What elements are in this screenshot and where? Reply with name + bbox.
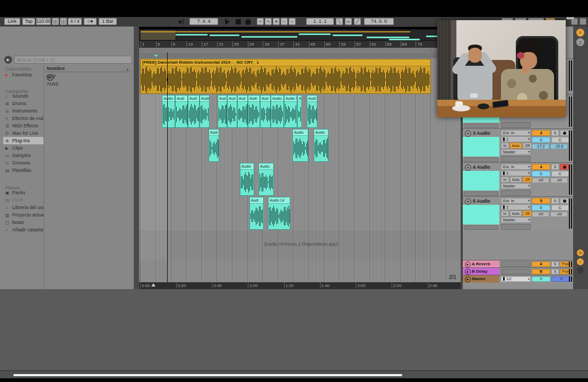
track-name[interactable]: 5 Audio (473, 198, 490, 204)
track-color-block[interactable] (463, 137, 499, 157)
track-io-box[interactable] (501, 122, 531, 128)
time-ruler[interactable]: 0:000:200:401:001:201:402:002:202:40 (139, 282, 461, 289)
audio-clip[interactable]: Audio (292, 129, 308, 162)
audio-clip[interactable]: Aud (218, 95, 227, 128)
loop-left-handle[interactable]: › (140, 48, 141, 53)
track-color-block[interactable] (463, 171, 499, 190)
track-lane-5[interactable] (139, 196, 461, 231)
name-column-header[interactable]: Nombre▼ (45, 65, 133, 72)
audio-clip[interactable]: Audio 9 (284, 95, 297, 128)
record-button[interactable] (245, 19, 251, 25)
audio-clip[interactable]: Audio (271, 95, 284, 128)
capture-midi-button[interactable]: □ (281, 18, 288, 25)
audio-clip[interactable]: Audio (258, 163, 274, 196)
sidebar-item-favoritos[interactable]: ■Favoritos (3, 71, 44, 79)
return-activator-button[interactable]: B (532, 269, 550, 274)
loop-right-handle[interactable]: ‹ (430, 48, 431, 53)
input-select[interactable]: Ext. In▾ (501, 164, 531, 170)
meter-value-right[interactable]: -22.8 (550, 144, 568, 149)
sends-box[interactable] (501, 190, 531, 196)
audio-clip[interactable]: Audi (175, 95, 188, 128)
punch-in-icon[interactable]: ╲ (336, 18, 343, 25)
loop-length-field[interactable]: 74. 0. 0 (364, 18, 394, 25)
punch-out-icon[interactable]: ╱ (354, 18, 361, 25)
audio-clip[interactable]: Audio (200, 95, 210, 128)
follow-button[interactable]: ▶▏ (179, 19, 187, 25)
track-name[interactable]: 3 Audio (473, 131, 490, 136)
search-input[interactable] (14, 56, 132, 64)
audio-clip[interactable]: Aud (260, 95, 271, 128)
sidebar-item-sounds[interactable]: ♪Sounds (3, 92, 44, 100)
solo-button[interactable]: S (551, 198, 559, 204)
return-io-box[interactable] (501, 262, 531, 267)
audio-clip[interactable]: Audi (188, 95, 200, 128)
sidebar-item-midi-effects[interactable]: ☰MIDI Effects (3, 122, 44, 129)
menu-icon[interactable]: ≡ (576, 29, 584, 37)
meter-value-right[interactable]: -inf (550, 212, 568, 217)
quantization-select[interactable]: 1 Bar (99, 18, 117, 25)
monitor-auto-button[interactable]: Auto (510, 143, 522, 149)
track-activator-button[interactable]: 5 (532, 198, 550, 204)
arrangement-position-field[interactable]: 7. 4. 4 (189, 18, 218, 25)
track-activator-button[interactable]: 3 (532, 130, 550, 136)
monitor-in-button[interactable]: In (501, 211, 509, 216)
master-fold-icon[interactable]: ▶ (465, 276, 471, 282)
audio-clip[interactable]: Audi (307, 95, 317, 128)
stop-button[interactable] (236, 19, 241, 24)
audio-clip[interactable]: Audi (249, 197, 264, 230)
pan-field[interactable]: C (551, 171, 569, 177)
monitor-auto-button[interactable]: Auto (510, 177, 522, 183)
master-track-name[interactable]: Master (472, 276, 486, 281)
volume-field[interactable]: 0 (532, 205, 550, 211)
automation-arm-button[interactable]: ∿ (265, 18, 272, 25)
follow-clock-icon[interactable]: ⊙ (577, 249, 584, 256)
track-delay-box[interactable] (464, 192, 498, 196)
sidebar-item-plantillas[interactable]: ▤Plantillas (3, 167, 44, 174)
play-button[interactable] (225, 19, 230, 25)
loop-toggle-icon[interactable]: ○ (577, 258, 584, 265)
return-activator-button[interactable]: A (532, 262, 550, 267)
overdub-button[interactable]: + (257, 18, 264, 25)
audio-clip[interactable]: Audi (209, 129, 219, 162)
arrangement-overview[interactable] (139, 29, 461, 41)
channel-select[interactable]: ▾1 (501, 136, 531, 142)
channel-select[interactable]: ▾1 (501, 170, 531, 176)
crossfade-select[interactable]: ▾1/2 (501, 276, 531, 282)
track-name[interactable]: 4 Audio (473, 164, 490, 170)
track-color-block[interactable] (463, 205, 499, 224)
audio-clip[interactable]: Audi (248, 95, 260, 128)
quantize-menu-icon[interactable] (60, 18, 67, 25)
groove-amount-icon[interactable] (52, 18, 59, 25)
panel-grip-icon[interactable]: ||| (576, 38, 584, 46)
sidebar-item-max-for-live[interactable]: ↻Max for Live (3, 129, 44, 137)
monitor-in-button[interactable]: In (501, 177, 509, 183)
sidebar-item-grooves[interactable]: ∿Grooves (3, 159, 44, 167)
monitor-in-button[interactable]: In (501, 143, 509, 149)
audio-clip[interactable]: Audio (314, 129, 328, 162)
monitor-auto-button[interactable]: Auto (510, 211, 522, 216)
meter-value-left[interactable]: -inf (532, 178, 549, 183)
return-lane-b[interactable] (139, 267, 461, 275)
arm-record-button[interactable] (560, 164, 569, 170)
sidebar-item-efectos-de-aud[interactable]: ≈Efectos de Aud (3, 115, 44, 122)
audio-clip[interactable]: Audio (297, 95, 302, 128)
meter-value-left[interactable]: -inf (532, 212, 549, 217)
audio-clip[interactable]: Audio 14 (268, 197, 290, 230)
arm-record-button[interactable] (560, 130, 569, 136)
track-lane-4[interactable] (139, 162, 461, 197)
audio-clip[interactable]: Aud (227, 95, 237, 128)
pan-field[interactable]: C (551, 137, 569, 143)
link-button[interactable]: Link (4, 18, 20, 25)
track-delay-box[interactable] (464, 124, 498, 128)
meter-value-left[interactable]: -17.2 (532, 144, 549, 149)
sidebar-item-push[interactable]: ▭Push (3, 196, 44, 204)
preview-icon[interactable]: ▶ (4, 56, 12, 64)
return-track-name[interactable]: A Reverb (472, 262, 490, 266)
sends-box[interactable] (501, 156, 531, 162)
track-fold-icon[interactable]: ▾ (465, 198, 471, 205)
master-lane[interactable] (139, 275, 461, 283)
audio-clip[interactable]: Audio (240, 163, 254, 196)
sends-box[interactable] (501, 224, 531, 230)
playhead[interactable] (167, 53, 168, 282)
pan-field[interactable]: C (551, 205, 569, 211)
